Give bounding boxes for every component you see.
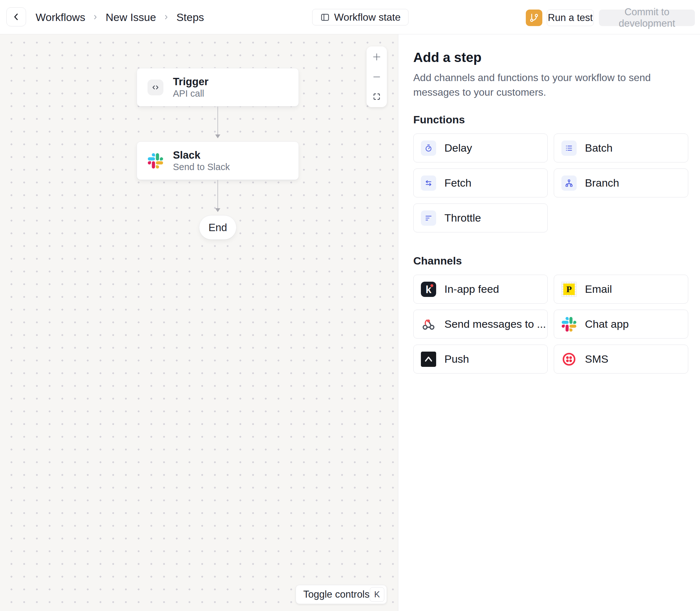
canvas-zoom-controls bbox=[367, 46, 387, 107]
zoom-in-icon bbox=[372, 52, 382, 62]
breadcrumb: Workflows New Issue Steps bbox=[35, 0, 204, 34]
webhook-icon bbox=[421, 317, 436, 332]
channel-tile-in-app-feed[interactable]: k In-app feed bbox=[413, 275, 548, 303]
channel-tile-email[interactable]: P Email bbox=[554, 275, 688, 303]
workflow-state-button[interactable]: Workflow state bbox=[312, 9, 408, 26]
tile-label: Chat app bbox=[585, 318, 629, 330]
run-a-test-button[interactable]: Run a test bbox=[547, 10, 594, 26]
keyboard-shortcut-badge: K bbox=[370, 587, 384, 602]
branch-tree-icon bbox=[562, 176, 577, 191]
panel-description: Add channels and functions to your workf… bbox=[413, 71, 694, 100]
tile-label: SMS bbox=[585, 353, 608, 365]
git-branch-icon bbox=[529, 13, 539, 23]
channel-tile-push[interactable]: Push bbox=[413, 345, 548, 374]
panel-title: Add a step bbox=[413, 50, 687, 65]
chevron-left-icon bbox=[11, 12, 21, 22]
add-step-panel: Add a step Add channels and functions to… bbox=[398, 34, 700, 611]
tile-label: Throttle bbox=[444, 212, 481, 224]
end-node[interactable]: End bbox=[199, 215, 237, 240]
tile-label: Fetch bbox=[444, 177, 472, 189]
trigger-node-subtitle: API call bbox=[173, 89, 209, 98]
toggle-controls-button[interactable]: Toggle controls K bbox=[296, 585, 387, 604]
commit-to-development-button[interactable]: Commit to development bbox=[599, 10, 695, 26]
zoom-in-button[interactable] bbox=[367, 47, 387, 66]
chevron-right-icon bbox=[162, 13, 170, 21]
functions-heading: Functions bbox=[413, 114, 687, 126]
knock-logo-icon: k bbox=[421, 282, 436, 297]
tile-label: Push bbox=[444, 353, 469, 365]
fit-view-icon bbox=[372, 92, 381, 101]
delay-timer-icon bbox=[421, 140, 436, 156]
function-tile-delay[interactable]: Delay bbox=[413, 134, 548, 162]
toggle-controls-label: Toggle controls bbox=[303, 589, 370, 600]
zoom-out-button[interactable] bbox=[367, 68, 387, 87]
trigger-node-title: Trigger bbox=[173, 76, 209, 87]
tile-label: Batch bbox=[585, 142, 613, 154]
workflow-state-label: Workflow state bbox=[334, 12, 401, 23]
channel-tile-chat-app[interactable]: Chat app bbox=[554, 310, 688, 339]
function-tile-throttle[interactable]: Throttle bbox=[413, 204, 548, 233]
tile-label: In-app feed bbox=[444, 283, 499, 295]
breadcrumb-steps[interactable]: Steps bbox=[176, 11, 204, 24]
channels-grid: k In-app feed P Email bbox=[413, 275, 687, 374]
end-node-label: End bbox=[209, 222, 227, 234]
breadcrumb-workflows[interactable]: Workflows bbox=[35, 11, 85, 24]
function-tile-fetch[interactable]: Fetch bbox=[413, 168, 548, 197]
channels-heading: Channels bbox=[413, 255, 687, 267]
workflow-editor: Workflows New Issue Steps Workflow state… bbox=[0, 0, 700, 611]
panel-left-icon bbox=[320, 12, 330, 22]
batch-list-icon bbox=[562, 140, 577, 156]
channel-tile-webhook[interactable]: Send messages to ... bbox=[413, 310, 548, 339]
zoom-out-icon bbox=[372, 72, 382, 82]
slack-node-title: Slack bbox=[173, 150, 230, 160]
fetch-arrows-icon bbox=[421, 176, 436, 191]
breadcrumb-new-issue[interactable]: New Issue bbox=[106, 11, 156, 24]
functions-grid: Delay Batch Fetch Branch bbox=[413, 134, 687, 233]
throttle-filter-icon bbox=[421, 210, 436, 226]
slack-logo-icon bbox=[148, 153, 163, 169]
tile-label: Send messages to ... bbox=[444, 318, 546, 330]
trigger-node[interactable]: Trigger API call bbox=[137, 68, 299, 106]
tile-label: Email bbox=[585, 283, 612, 295]
slack-node-subtitle: Send to Slack bbox=[173, 162, 230, 172]
top-bar: Workflows New Issue Steps Workflow state… bbox=[0, 0, 700, 34]
function-tile-branch[interactable]: Branch bbox=[554, 168, 688, 197]
chevron-right-icon bbox=[92, 13, 99, 21]
slack-step-node[interactable]: Slack Send to Slack bbox=[137, 141, 299, 180]
code-icon bbox=[148, 79, 163, 95]
function-tile-batch[interactable]: Batch bbox=[554, 134, 688, 162]
tile-label: Branch bbox=[585, 177, 619, 189]
fit-view-button[interactable] bbox=[367, 87, 387, 106]
environment-button[interactable] bbox=[526, 10, 542, 26]
workflow-canvas[interactable]: Trigger API call Slack Send to Slack En bbox=[0, 34, 398, 611]
flow-arrow bbox=[218, 180, 218, 211]
slack-logo-icon bbox=[562, 317, 577, 332]
back-button[interactable] bbox=[6, 7, 26, 26]
channel-tile-sms[interactable]: SMS bbox=[554, 345, 688, 374]
flow-arrow bbox=[218, 106, 218, 138]
postmark-logo-icon: P bbox=[562, 282, 577, 297]
expo-logo-icon bbox=[421, 352, 436, 367]
tile-label: Delay bbox=[444, 142, 472, 154]
twilio-logo-icon bbox=[562, 352, 577, 367]
